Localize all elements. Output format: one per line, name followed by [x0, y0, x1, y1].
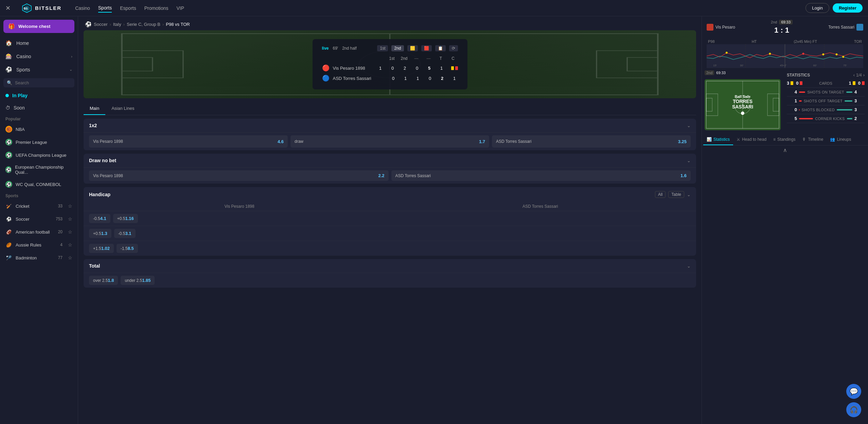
- support-fab-button[interactable]: 🎧: [846, 402, 861, 417]
- hc-left-0[interactable]: -0.5 4.1: [89, 214, 110, 223]
- hc-left-2[interactable]: +1.5 1.02: [89, 244, 114, 253]
- section-total-header[interactable]: Total ⌄: [84, 259, 696, 273]
- premier-icon: ⚽: [5, 139, 12, 146]
- search-input[interactable]: [15, 80, 72, 85]
- total-left-0[interactable]: over 2.5 1.8: [89, 276, 118, 285]
- stat-tab-h2h[interactable]: ⚔ Head to head: [733, 134, 770, 145]
- hc-right-2[interactable]: -1.5 8.5: [117, 244, 138, 253]
- sidebar-home[interactable]: 🏠 Home: [0, 36, 78, 50]
- nav-sports[interactable]: Sports: [98, 4, 112, 13]
- sidebar-in-play-label: In Play: [12, 93, 28, 98]
- bet-dnb-team1[interactable]: Vis Pesaro 1898 2.2: [89, 170, 389, 181]
- collapse-panel-button[interactable]: ∧: [702, 146, 868, 155]
- close-icon[interactable]: ✕: [5, 4, 11, 12]
- sidebar-casino[interactable]: 🎰 Casino ›: [0, 50, 78, 63]
- sidebar-soccer[interactable]: ⚽ Soccer 753 ☆: [0, 213, 78, 225]
- next-page-icon[interactable]: ›: [863, 72, 865, 78]
- total-left-val-0: 1.8: [108, 278, 114, 283]
- right-red-card-icon: [862, 81, 865, 85]
- bet-dnb-team2[interactable]: ASD Torres Sassari 1.6: [391, 170, 691, 181]
- breadcrumb-soccer[interactable]: Soccer: [94, 22, 107, 27]
- stat-tab-timeline[interactable]: 🎙 Timeline: [799, 134, 827, 145]
- nav-promotions[interactable]: Promotions: [144, 4, 169, 12]
- pitch-period-badge: 2nd: [705, 70, 714, 75]
- wc-conmebol-icon: ⚽: [5, 181, 12, 188]
- popular-euro-qual[interactable]: ⚽ European Championship Qual...: [0, 162, 78, 178]
- refresh-icon[interactable]: ⟳: [449, 45, 458, 51]
- hc-all-btn[interactable]: All: [655, 191, 666, 198]
- stat-live-area: 2nd 69:33: [702, 69, 868, 133]
- right-yellow-card-icon: [853, 81, 855, 85]
- sidebar-casino-label: Casino: [16, 54, 31, 59]
- prev-page-icon[interactable]: ‹: [853, 72, 855, 78]
- popular-nba[interactable]: 🏀 NBA: [0, 123, 78, 136]
- section-dnb-header[interactable]: Draw no bet ⌄: [84, 154, 696, 167]
- hc-row-1: +0.5 1.3 -0.5 3.1: [84, 226, 696, 241]
- american-football-icon: 🏈: [5, 228, 12, 235]
- sidebar-american-football[interactable]: 🏈 American football 20 ☆: [0, 225, 78, 238]
- breadcrumb-league[interactable]: Serie C, Group B: [127, 22, 160, 27]
- cricket-star-icon[interactable]: ☆: [68, 203, 72, 209]
- register-button[interactable]: Register: [833, 3, 863, 13]
- red-card-icon: 🟥: [421, 45, 432, 51]
- soccer-star-icon[interactable]: ☆: [68, 216, 72, 222]
- hc-table-btn[interactable]: Table: [668, 191, 684, 198]
- nav-esports[interactable]: Esports: [120, 4, 136, 12]
- hc-right-1[interactable]: -0.5 3.1: [114, 229, 136, 238]
- popular-wc-conmebol-label: WC Qual, CONMEBOL: [16, 182, 61, 187]
- sidebar-badminton[interactable]: 🏸 Badminton 77 ☆: [0, 251, 78, 264]
- lineup-icon[interactable]: 📋: [435, 45, 446, 51]
- svg-point-22: [822, 53, 824, 55]
- badminton-star-icon[interactable]: ☆: [68, 255, 72, 260]
- popular-premier[interactable]: ⚽ Premier League: [0, 136, 78, 149]
- hc-left-1[interactable]: +0.5 1.3: [89, 229, 111, 238]
- hc-right-val-0: 1.16: [125, 216, 134, 221]
- svg-point-23: [836, 53, 838, 55]
- tab-2nd[interactable]: 2nd: [391, 45, 404, 51]
- fab-area: 💬 🎧: [846, 384, 861, 417]
- section-draw-no-bet: Draw no bet ⌄ Vis Pesaro 1898 2.2 ASD To…: [84, 154, 696, 184]
- logo[interactable]: BS BITSLER: [21, 3, 61, 14]
- sidebar-sports[interactable]: ⚽ Sports ⌄: [0, 63, 78, 76]
- bet-tab-main[interactable]: Main: [84, 102, 105, 115]
- cricket-label: Cricket: [16, 204, 29, 209]
- stat-tab-statistics[interactable]: 📊 Statistics: [703, 134, 733, 145]
- sidebar-aussie-rules[interactable]: 🏉 Aussie Rules 4 ☆: [0, 238, 78, 251]
- section-1x2-header[interactable]: 1x2 ⌄: [84, 119, 696, 132]
- nav-vip[interactable]: VIP: [177, 4, 184, 12]
- bet-team2-win[interactable]: ASD Torres Sassari 3.25: [492, 135, 691, 148]
- sidebar-in-play[interactable]: In Play: [0, 89, 78, 102]
- hc-left-hc-0: -0.5: [93, 216, 100, 221]
- section-handicap: Handicap All Table ⌄ Vis Pesaro 1898 ASD…: [84, 187, 696, 256]
- sidebar-soon[interactable]: ⏱ Soon: [0, 102, 78, 114]
- stat-tab-lineups[interactable]: 👥 Lineups: [827, 134, 854, 145]
- stat-label-3: CORNER KICKS: [814, 117, 846, 121]
- welcome-chest-button[interactable]: 🎁 Welcome chest: [3, 20, 74, 33]
- breadcrumb-italy[interactable]: Italy: [113, 22, 121, 27]
- stat-table: STATISTICS ‹ 1/4 › 3 0 CARDS: [783, 69, 868, 133]
- search-bar[interactable]: 🔍: [3, 78, 74, 87]
- bet-tab-asian[interactable]: Asian Lines: [105, 102, 140, 115]
- stat-tab-standings[interactable]: ≡ Standings: [770, 134, 799, 145]
- match-hero: live 69' 2nd half 1st 2nd 🟨 🟥 📋 ⟳ 1st 2n…: [84, 30, 696, 98]
- section-hc-header[interactable]: Handicap All Table ⌄: [84, 187, 696, 202]
- login-button[interactable]: Login: [805, 3, 829, 13]
- popular-wc-conmebol[interactable]: ⚽ WC Qual, CONMEBOL: [0, 178, 78, 191]
- sidebar-cricket[interactable]: 🏏 Cricket 33 ☆: [0, 200, 78, 213]
- tab-1st[interactable]: 1st: [377, 45, 388, 51]
- bet-draw[interactable]: draw 1.7: [290, 135, 489, 148]
- total-right-0[interactable]: under 2.5 1.85: [121, 276, 155, 285]
- hc-right-0[interactable]: +0.5 1.16: [113, 214, 138, 223]
- american-football-star-icon[interactable]: ☆: [68, 229, 72, 235]
- bet-team1-win[interactable]: Vis Pesaro 1898 4.6: [89, 135, 288, 148]
- aussie-rules-star-icon[interactable]: ☆: [68, 242, 72, 248]
- stat-right-1: 3: [854, 98, 865, 103]
- pitch-background: Ball Safe TORRES SASSARI: [705, 79, 781, 130]
- svg-text:75': 75': [843, 64, 847, 67]
- chat-fab-button[interactable]: 💬: [846, 384, 861, 399]
- nav-casino[interactable]: Casino: [75, 4, 90, 12]
- col-header-2nd: 2nd: [401, 56, 408, 61]
- popular-champions[interactable]: ⚽ UEFA Champions League: [0, 149, 78, 162]
- popular-nba-label: NBA: [16, 127, 25, 132]
- stat-tabs: 📊 Statistics ⚔ Head to head ≡ Standings …: [702, 134, 868, 146]
